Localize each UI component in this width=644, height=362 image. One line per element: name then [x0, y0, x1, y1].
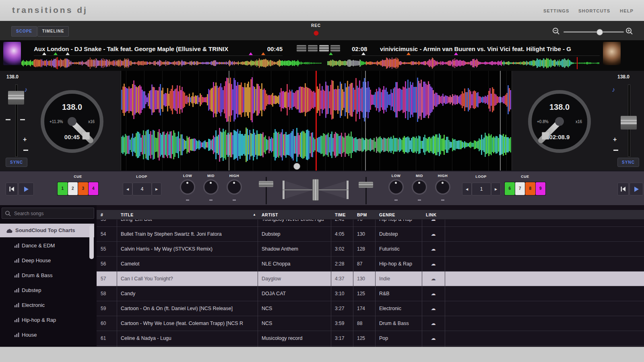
zoom-slider-track[interactable]: [564, 31, 624, 33]
pitch-plus-button[interactable]: +: [23, 136, 27, 143]
soundcloud-link-icon[interactable]: ☁: [422, 257, 445, 271]
zoom-in-icon[interactable]: [625, 27, 634, 35]
column-header-artist[interactable]: ARTIST: [262, 210, 278, 220]
tab-timeline[interactable]: TIMELINE: [37, 26, 69, 37]
eq-knob-mid[interactable]: [412, 179, 427, 195]
play-icon: [634, 187, 639, 192]
table-row-59[interactable]: 59Cartoon - On & On (ft. Daniel Levi) [N…: [97, 301, 644, 316]
waveform-display[interactable]: [121, 71, 512, 171]
cue-button-4[interactable]: 4: [89, 182, 99, 195]
deck-b-loop-double-button[interactable]: ▶: [491, 183, 501, 195]
cue-button-3[interactable]: 3: [78, 182, 88, 195]
column-header-time[interactable]: TIME: [335, 210, 346, 220]
cell-num: 61: [97, 331, 117, 346]
sidebar-item-electronic[interactable]: Electronic: [0, 298, 94, 313]
search-box[interactable]: [2, 208, 94, 219]
soundcloud-link-icon[interactable]: ☁: [422, 331, 445, 346]
table-row-57[interactable]: 57Can I Call You Tonight?Dayglow4:37130I…: [97, 272, 644, 286]
crossfader-handle[interactable]: [312, 179, 319, 201]
deck-b-jog-wheel[interactable]: 138.0 +0.8% x16 02:08.9: [528, 90, 591, 153]
deck-a-jog-wheel[interactable]: 138.0 +11.3% x16 00:45: [41, 90, 103, 153]
zoom-out-icon[interactable]: [552, 27, 560, 35]
deck-a-track-overview[interactable]: [21, 57, 322, 69]
soundcloud-link-icon[interactable]: ☁: [422, 220, 445, 226]
crossfader[interactable]: [282, 178, 349, 202]
record-button[interactable]: [314, 31, 319, 36]
table-row-54[interactable]: 54Bullet Train by Stephen Swartz ft. Jon…: [97, 227, 644, 242]
sidebar-item-soundcloud-top-charts[interactable]: SoundCloud Top Charts: [0, 224, 94, 237]
zoom-slider-handle[interactable]: [597, 29, 603, 35]
cue-button-1[interactable]: 1: [58, 182, 68, 195]
deck-a-loop-value: 4: [132, 183, 152, 195]
sidebar-item-house[interactable]: House: [0, 327, 94, 342]
pitch-minus-button[interactable]: [613, 150, 618, 151]
table-row-60[interactable]: 60Cartoon - Why We Lose (feat. Coleman T…: [97, 316, 644, 331]
eq-knob-mid[interactable]: [203, 179, 219, 195]
deck-a-loop-halve-button[interactable]: ◀: [123, 183, 132, 195]
cue-button-6[interactable]: 6: [505, 182, 515, 195]
menu-shortcuts[interactable]: SHORTCUTS: [578, 8, 610, 13]
column-header-genre[interactable]: GENRE: [379, 210, 395, 220]
knob-tick: [418, 200, 421, 201]
deck-a-sync-button[interactable]: SYNC: [6, 158, 27, 167]
key-lock-icon[interactable]: ♪: [612, 86, 615, 93]
beat-gridline: [506, 71, 507, 171]
sidebar-item-deep-house[interactable]: Deep House: [0, 253, 94, 268]
deck-a-pitch-handle[interactable]: [8, 91, 24, 105]
soundcloud-link-icon[interactable]: ☁: [422, 316, 445, 331]
eq-knob-high[interactable]: [227, 179, 242, 195]
table-row-61[interactable]: 61Celine & Nadya - LuguMusicology record…: [97, 331, 644, 346]
pitch-plus-button[interactable]: +: [613, 136, 617, 143]
soundcloud-link-icon[interactable]: ☁: [422, 242, 445, 256]
soundcloud-link-icon[interactable]: ☁: [422, 301, 445, 316]
sidebar-item-label: House: [22, 327, 37, 342]
cue-button-7[interactable]: 7: [515, 182, 525, 195]
sidebar-scrollbar-thumb[interactable]: [89, 225, 94, 259]
key-lock-icon[interactable]: ♪: [24, 86, 27, 93]
eq-knob-low[interactable]: [388, 179, 404, 195]
pitch-minus-button[interactable]: [23, 150, 28, 151]
deck-b-play-button[interactable]: [630, 183, 643, 195]
deck-a-skip-start-button[interactable]: [6, 183, 18, 195]
column-header-link[interactable]: LINK: [426, 210, 437, 220]
soundcloud-link-icon[interactable]: ☁: [422, 227, 445, 241]
column-header-title[interactable]: TITLE: [121, 210, 134, 220]
deck-b-volume-handle[interactable]: [359, 182, 373, 188]
deck-b-skip-start-button[interactable]: [617, 183, 629, 195]
soundcloud-link-icon[interactable]: ☁: [422, 272, 445, 286]
horizontal-scrollbar[interactable]: [0, 347, 644, 362]
deck-a-volume-handle[interactable]: [259, 181, 273, 187]
cue-button-8[interactable]: 8: [525, 182, 535, 195]
sidebar-item-drum-bass[interactable]: Drum & Bass: [0, 268, 94, 283]
cell-num: 53: [97, 220, 117, 226]
tab-scope[interactable]: SCOPE: [11, 26, 37, 37]
column-header-bpm[interactable]: BPM: [357, 210, 367, 220]
sidebar-item-dance-edm[interactable]: Dance & EDM: [0, 238, 94, 253]
cell-genre: Pop: [375, 331, 422, 346]
divider: [352, 56, 600, 56]
deck-b-loop-halve-button[interactable]: ◀: [462, 183, 472, 195]
menu-help[interactable]: HELP: [620, 8, 634, 13]
table-row-53[interactable]: 53Bring 'Em OutYoungBoy Never Broke Aga2…: [97, 220, 644, 227]
deck-b-sync-button[interactable]: SYNC: [617, 158, 639, 167]
deck-a-play-button[interactable]: [19, 183, 34, 195]
sidebar-item-hip-hop-rap[interactable]: Hip-hop & Rap: [0, 313, 94, 327]
menu-settings[interactable]: SETTINGS: [543, 8, 570, 13]
sidebar-item-dubstep[interactable]: Dubstep: [0, 283, 94, 298]
eq-label-mid: MID: [408, 174, 431, 178]
cue-button-2[interactable]: 2: [68, 182, 78, 195]
eq-knob-high[interactable]: [435, 179, 450, 195]
deck-b-pitch-handle[interactable]: [621, 116, 637, 130]
deck-b-volume-fader[interactable]: [365, 177, 367, 204]
eq-knob-low[interactable]: [180, 179, 195, 195]
cue-button-9[interactable]: 9: [536, 182, 546, 195]
table-row-55[interactable]: 55Calvin Harris - My Way (STVCKS Remix)S…: [97, 242, 644, 257]
soundcloud-link-icon[interactable]: ☁: [422, 286, 445, 301]
deck-b-track-overview[interactable]: [327, 57, 600, 69]
search-input[interactable]: [13, 209, 91, 218]
table-row-56[interactable]: 56CamelotNLE Choppa2:2887Hip-hop & Rap☁: [97, 257, 644, 272]
deck-a-loop-double-button[interactable]: ▶: [152, 183, 161, 195]
table-row-58[interactable]: 58CandyDOJA CAT3:10125R&B☁: [97, 286, 644, 301]
column-header-num[interactable]: #: [101, 210, 103, 220]
waveform-scrub-handle[interactable]: [293, 163, 300, 170]
